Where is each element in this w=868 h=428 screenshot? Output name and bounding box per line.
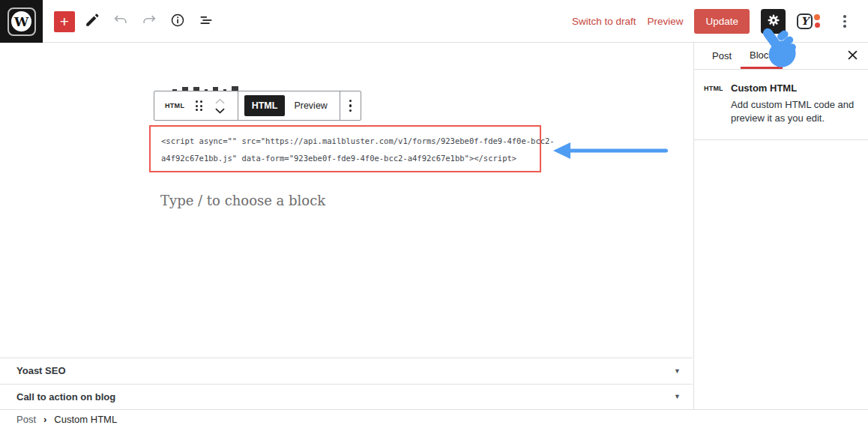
- custom-html-code-block[interactable]: <script async="" src="https://api.mailbl…: [149, 125, 541, 172]
- block-info-text: Custom HTML Add custom HTML code and pre…: [731, 82, 864, 124]
- kebab-menu-icon: [349, 100, 352, 112]
- add-block-button[interactable]: +: [54, 11, 75, 32]
- move-down-button[interactable]: [214, 106, 227, 115]
- block-description: Add custom HTML code and preview it as y…: [731, 98, 864, 124]
- list-view-icon: [198, 12, 214, 31]
- wordpress-w-icon: W: [11, 11, 31, 31]
- yoast-status-dot: [815, 22, 820, 28]
- metabox-panels: Yoast SEO ▼ Call to action on blog ▼: [0, 358, 693, 409]
- block-toolbar-group-controls: HTML: [154, 91, 238, 120]
- breadcrumb-current: Custom HTML: [54, 414, 117, 425]
- close-sidebar-button[interactable]: [844, 48, 861, 64]
- code-line: a4f92c67e1bb.js" data-form="923ebe0f-fde…: [161, 150, 529, 167]
- call-to-action-panel[interactable]: Call to action on blog ▼: [0, 384, 693, 410]
- html-mode-tab[interactable]: HTML: [244, 95, 286, 116]
- wordpress-editor-screen: W +: [0, 0, 868, 428]
- tab-post[interactable]: Post: [703, 43, 741, 69]
- kebab-menu-icon: [843, 15, 846, 28]
- preview-mode-tab[interactable]: Preview: [288, 100, 333, 111]
- update-button[interactable]: Update: [694, 9, 750, 34]
- options-menu-button[interactable]: [834, 10, 856, 33]
- edit-tools-button[interactable]: [81, 10, 103, 33]
- block-info-card: HTML Custom HTML Add custom HTML code an…: [694, 70, 868, 140]
- chevron-down-icon: [215, 105, 225, 116]
- undo-icon: [112, 12, 129, 31]
- html-block-icon: HTML: [704, 82, 724, 124]
- chevron-right-icon: ›: [43, 414, 46, 425]
- settings-sidebar: Post Block HTML Custom HTML Add custom H…: [693, 43, 868, 409]
- info-icon: [169, 12, 186, 31]
- switch-to-draft-button[interactable]: Switch to draft: [572, 16, 636, 27]
- breadcrumb: Post › Custom HTML: [0, 409, 868, 428]
- block-type-icon: HTML: [160, 102, 189, 109]
- list-view-button[interactable]: [195, 10, 217, 33]
- block-title: Custom HTML: [731, 82, 864, 94]
- undo-button[interactable]: [109, 10, 132, 33]
- block-toolbar: HTML HTML Preview: [154, 91, 361, 121]
- plus-icon: +: [60, 13, 69, 30]
- preview-button[interactable]: Preview: [647, 16, 683, 27]
- redo-icon: [141, 12, 157, 31]
- close-icon: [848, 50, 858, 62]
- drag-handle-icon[interactable]: [196, 100, 202, 111]
- pencil-icon: [84, 12, 100, 31]
- panel-label: Call to action on blog: [16, 391, 115, 403]
- details-button[interactable]: [166, 10, 189, 33]
- block-toolbar-group-mode: HTML Preview: [238, 91, 340, 120]
- block-placeholder[interactable]: Type / to choose a block: [160, 193, 325, 208]
- block-options-button[interactable]: [340, 91, 361, 120]
- panel-label: Yoast SEO: [16, 365, 66, 376]
- toolbar-right-group: Switch to draft Preview Update: [572, 0, 856, 43]
- wordpress-logo-frame: W: [7, 7, 36, 36]
- toolbar-left-group: +: [54, 0, 217, 43]
- yoast-seo-panel[interactable]: Yoast SEO ▼: [0, 358, 693, 384]
- caret-down-icon[interactable]: ▼: [674, 367, 681, 375]
- editor-top-bar: W +: [0, 0, 868, 43]
- caret-down-icon[interactable]: ▼: [674, 393, 681, 400]
- block-movers: [214, 96, 227, 115]
- code-line: <script async="" src="https://api.mailbl…: [161, 133, 529, 150]
- redo-button[interactable]: [138, 10, 160, 33]
- editor-canvas[interactable]: HTML HTML Preview <sc: [0, 43, 693, 409]
- breadcrumb-post-link[interactable]: Post: [16, 414, 36, 425]
- wordpress-logo[interactable]: W: [0, 0, 43, 43]
- annotation-arrow: [552, 141, 671, 163]
- yoast-status-dot: [814, 14, 820, 20]
- cursor-hand-icon: [756, 23, 802, 76]
